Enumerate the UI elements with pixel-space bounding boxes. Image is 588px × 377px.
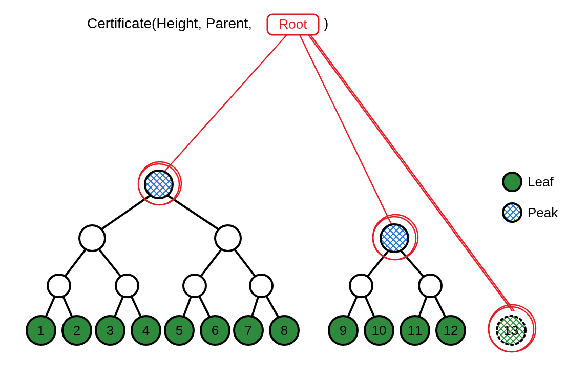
legend-leaf-icon — [503, 173, 521, 191]
leaf-label: 6 — [212, 323, 219, 338]
leaf-node-1: 1 — [27, 316, 55, 345]
leaf-label: 2 — [73, 323, 80, 338]
leaf-node-7: 7 — [234, 316, 263, 345]
leaf-node-5: 5 — [165, 316, 194, 345]
internal-node — [215, 225, 241, 251]
title-group: Certificate(Height, Parent, Root ) — [87, 14, 328, 35]
leaf-node-6: 6 — [201, 316, 229, 345]
leaf-node-2: 2 — [62, 316, 91, 345]
leaf-label: 13 — [504, 323, 519, 338]
peak-mid — [381, 224, 408, 252]
internal-node — [183, 275, 206, 297]
leaf-node-12: 12 — [436, 316, 465, 345]
leaf-node-8: 8 — [270, 316, 299, 345]
leaf-label: 4 — [142, 323, 150, 338]
root-edge-right-a — [308, 35, 512, 311]
leaf-node-10: 10 — [365, 316, 393, 345]
leaf-label: 1 — [37, 323, 45, 338]
root-edges — [160, 35, 514, 311]
root-edge-right-b — [310, 35, 514, 311]
legend-peak-label: Peak — [528, 205, 558, 220]
leaf-label: 12 — [444, 323, 458, 338]
leaf-node-4: 4 — [132, 316, 160, 345]
internal-node — [250, 275, 272, 297]
leaf-nodes: 1 2 3 4 5 6 7 8 — [27, 316, 526, 345]
internal-node — [79, 225, 105, 251]
legend: Leaf Peak — [503, 173, 558, 222]
peak-nodes — [145, 171, 408, 252]
leaf-node-11: 11 — [401, 316, 429, 345]
mmr-diagram: Certificate(Height, Parent, Root ) — [0, 0, 588, 377]
title-prefix: Certificate(Height, Parent, — [87, 15, 252, 31]
leaf-label: 5 — [176, 323, 183, 338]
leaf-node-13: 13 — [497, 316, 526, 345]
title-suffix: ) — [324, 15, 328, 31]
internal-node — [48, 275, 70, 297]
leaf-node-9: 9 — [329, 316, 358, 345]
leaf-label: 10 — [372, 323, 387, 338]
peak-left — [145, 171, 173, 198]
internal-node — [350, 275, 372, 297]
leaf-label: 11 — [408, 323, 423, 338]
leaf-label: 9 — [340, 323, 347, 338]
internal-node — [116, 275, 138, 297]
leaf-label: 7 — [245, 323, 252, 338]
leaf-label: 8 — [281, 323, 288, 338]
root-edge-left — [160, 35, 287, 177]
internal-node — [419, 275, 442, 297]
root-label: Root — [279, 16, 308, 32]
legend-peak-icon — [503, 203, 521, 222]
svg-line-3 — [159, 190, 228, 236]
legend-leaf-label: Leaf — [528, 174, 554, 190]
leaf-label: 3 — [107, 323, 114, 338]
leaf-node-3: 3 — [96, 316, 124, 345]
